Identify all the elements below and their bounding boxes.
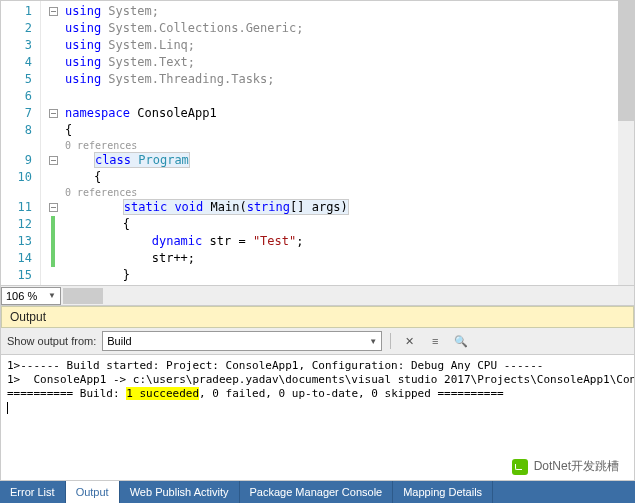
wechat-icon [512,459,528,475]
tab-error-list[interactable]: Error List [0,481,66,503]
outline-column[interactable] [41,1,65,285]
vertical-scrollbar[interactable] [618,1,634,285]
code-editor[interactable]: 12345678910111213141516 using System;usi… [0,0,635,306]
watermark: DotNet开发跳槽 [506,456,625,477]
output-source-dropdown[interactable]: Build ▼ [102,331,382,351]
tab-output[interactable]: Output [66,481,120,503]
code-body[interactable]: using System;using System.Collections.Ge… [65,1,618,285]
change-indicator [51,233,55,250]
change-indicator [51,216,55,233]
output-panel: Output Show output from: Build ▼ ✕ ≡ 🔍 1… [0,306,635,481]
chevron-down-icon: ▼ [48,291,56,300]
find-button[interactable]: 🔍 [451,331,471,351]
change-indicator [51,250,55,267]
bottom-tab-strip: Error ListOutputWeb Publish ActivityPack… [0,481,635,503]
tab-mapping-details[interactable]: Mapping Details [393,481,493,503]
output-panel-title: Output [1,306,634,328]
output-toolbar: Show output from: Build ▼ ✕ ≡ 🔍 [1,328,634,355]
horizontal-scrollbar[interactable] [63,288,634,304]
show-output-label: Show output from: [7,335,96,347]
toggle-wrap-button[interactable]: ≡ [425,331,445,351]
clear-all-button[interactable]: ✕ [399,331,419,351]
zoom-dropdown[interactable]: 106 % ▼ [1,287,61,305]
tab-web-publish-activity[interactable]: Web Publish Activity [120,481,240,503]
chevron-down-icon: ▼ [369,337,377,346]
toolbar-separator [390,333,391,349]
zoom-value: 106 % [6,290,37,302]
line-number-gutter: 12345678910111213141516 [1,1,41,285]
tab-package-manager-console[interactable]: Package Manager Console [240,481,394,503]
